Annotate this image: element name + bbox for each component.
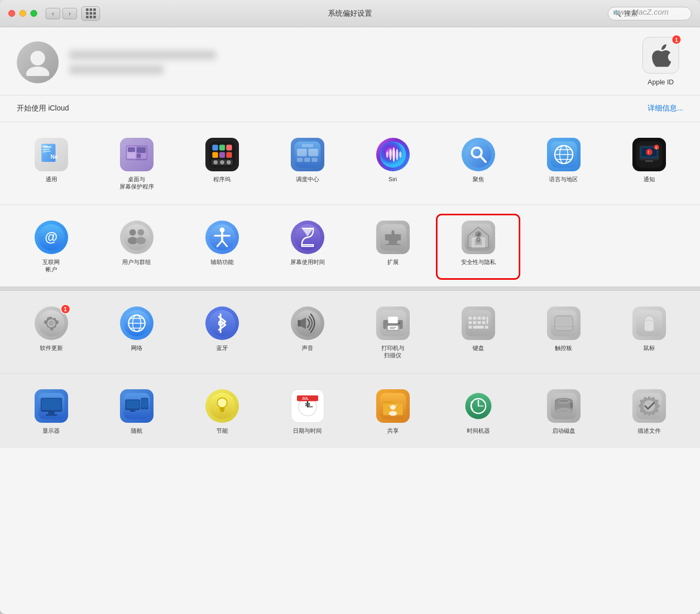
section-divider bbox=[0, 287, 700, 291]
icon-item-energy-saver[interactable]: 节能 bbox=[181, 384, 262, 440]
svg-rect-116 bbox=[473, 326, 483, 328]
general-label: 通用 bbox=[46, 176, 57, 183]
time-machine-icon-svg bbox=[465, 393, 491, 419]
icon-item-spotlight[interactable]: 聚焦 bbox=[438, 133, 519, 196]
icon-item-profiles[interactable]: 描述文件 bbox=[608, 384, 690, 440]
svg-text:18: 18 bbox=[304, 402, 310, 407]
icons-grid-row1: Ne File New One 通用 bbox=[10, 133, 690, 196]
svg-point-93 bbox=[209, 310, 235, 336]
icon-item-language-region[interactable]: 语言与地区 bbox=[523, 133, 604, 196]
icloud-banner: 开始使用 iCloud 详细信息... bbox=[0, 95, 700, 122]
svg-rect-16 bbox=[137, 147, 146, 153]
user-name-blurred bbox=[69, 50, 216, 60]
language-region-label: 语言与地区 bbox=[549, 176, 578, 183]
icloud-detail-link[interactable]: 详细信息... bbox=[648, 104, 683, 113]
apple-id-section[interactable]: 1 Apple ID bbox=[642, 37, 679, 85]
icon-item-screen-time[interactable]: 屏幕使用时间 bbox=[267, 215, 348, 279]
back-button[interactable]: ‹ bbox=[46, 8, 60, 19]
internet-accounts-icon-svg: @ bbox=[38, 224, 64, 250]
icon-item-keyboard[interactable]: 键盘 bbox=[438, 301, 519, 365]
printers-scanners-icon-svg bbox=[380, 310, 406, 336]
close-button[interactable] bbox=[8, 10, 15, 17]
icon-item-siri[interactable]: Siri bbox=[352, 133, 433, 196]
icon-item-software-update[interactable]: 1 软件更新 bbox=[10, 301, 92, 365]
icon-item-security-privacy[interactable]: 安全性与隐私 bbox=[438, 215, 519, 279]
icon-item-notifications[interactable]: ! 1 通知 bbox=[608, 133, 690, 196]
icon-item-mission-control[interactable]: 调度中心 bbox=[267, 133, 348, 196]
icon-item-network[interactable]: 网络 bbox=[96, 301, 177, 365]
date-time-label: 日期与时间 bbox=[293, 427, 322, 434]
dock-icon bbox=[205, 138, 239, 171]
svg-rect-102 bbox=[398, 323, 400, 324]
bluetooth-icon bbox=[205, 306, 239, 340]
mouse-icon bbox=[632, 306, 666, 340]
icon-item-time-machine[interactable]: 时间机器 bbox=[438, 384, 519, 440]
trackpad-icon-svg bbox=[551, 310, 577, 336]
notifications-label: 通知 bbox=[643, 176, 655, 183]
user-email-blurred bbox=[69, 65, 163, 74]
maximize-button[interactable] bbox=[30, 10, 37, 17]
users-groups-label: 用户与群组 bbox=[122, 258, 151, 266]
minimize-button[interactable] bbox=[19, 10, 26, 17]
svg-rect-23 bbox=[212, 152, 218, 158]
software-update-icon-svg bbox=[38, 310, 64, 336]
icon-item-desktop-screensaver[interactable]: 桌面与 屏幕保护程序 bbox=[96, 133, 177, 196]
svg-text:One: One bbox=[42, 151, 46, 154]
printers-scanners-label: 打印机与 扫描仪 bbox=[381, 344, 404, 359]
svg-rect-165 bbox=[570, 403, 573, 408]
icon-item-sharing[interactable]: 共享 bbox=[352, 384, 433, 440]
icon-item-displays[interactable]: 显示器 bbox=[10, 384, 92, 440]
icon-item-startup-disk[interactable]: 启动磁盘 bbox=[523, 384, 604, 440]
icon-item-users-groups[interactable]: 用户与群组 bbox=[96, 215, 177, 279]
dock-icon-svg bbox=[209, 141, 235, 168]
svg-rect-33 bbox=[304, 158, 310, 162]
icon-item-printers-scanners[interactable]: 打印机与 扫描仪 bbox=[352, 301, 433, 365]
icon-item-sidecar[interactable]: 随航 bbox=[96, 384, 177, 440]
svg-rect-129 bbox=[126, 400, 139, 409]
icons-section-row4: 显示器 bbox=[0, 374, 700, 448]
mouse-label: 鼠标 bbox=[643, 344, 655, 352]
svg-rect-22 bbox=[226, 145, 232, 150]
svg-text:@: @ bbox=[45, 229, 57, 244]
users-groups-icon-svg bbox=[124, 224, 150, 250]
svg-rect-112 bbox=[477, 321, 480, 324]
apple-id-icon[interactable]: 1 bbox=[642, 37, 679, 73]
svg-point-135 bbox=[217, 398, 227, 408]
svg-point-40 bbox=[396, 149, 398, 160]
svg-rect-136 bbox=[220, 408, 224, 409]
desktop-screensaver-icon-svg bbox=[124, 141, 150, 168]
svg-rect-31 bbox=[308, 149, 318, 156]
icon-item-mouse[interactable]: 鼠标 bbox=[608, 301, 690, 365]
window: ‹ › 系统偏好设置 🔍 搜索 www.MacZ.com bbox=[0, 0, 700, 614]
sharing-icon-svg bbox=[380, 393, 406, 419]
general-icon: Ne File New One bbox=[35, 138, 68, 171]
mission-control-icon-svg bbox=[294, 141, 321, 168]
sidecar-icon bbox=[120, 389, 154, 423]
grid-view-button[interactable] bbox=[81, 6, 100, 21]
icon-item-extensions[interactable]: 扩展 bbox=[352, 215, 433, 279]
icon-item-empty1 bbox=[523, 215, 604, 279]
icons-section-row2: @ 互联网 帐户 bbox=[0, 205, 700, 287]
language-region-icon bbox=[547, 138, 581, 171]
time-machine-label: 时间机器 bbox=[467, 427, 490, 434]
icon-item-internet-accounts[interactable]: @ 互联网 帐户 bbox=[10, 215, 92, 279]
icon-item-dock[interactable]: 程序坞 bbox=[181, 133, 262, 196]
icon-item-general[interactable]: Ne File New One 通用 bbox=[10, 133, 92, 196]
svg-rect-111 bbox=[473, 321, 476, 324]
icon-item-bluetooth[interactable]: 蓝牙 bbox=[181, 301, 262, 365]
date-time-icon-svg: 12 JUL 18 bbox=[294, 393, 321, 419]
forward-button[interactable]: › bbox=[62, 8, 77, 19]
avatar[interactable] bbox=[17, 41, 59, 83]
notifications-icon: ! 1 bbox=[632, 138, 666, 171]
icon-item-trackpad[interactable]: 触控板 bbox=[523, 301, 604, 365]
sharing-label: 共享 bbox=[387, 427, 399, 434]
icon-item-date-time[interactable]: 12 JUL 18 日期与时间 bbox=[267, 384, 348, 440]
internet-accounts-label: 互联网 帐户 bbox=[42, 258, 60, 273]
sound-icon bbox=[291, 306, 324, 340]
network-icon-svg bbox=[124, 310, 150, 336]
icon-item-accessibility[interactable]: 辅助功能 bbox=[181, 215, 262, 279]
svg-rect-107 bbox=[473, 317, 476, 320]
sidecar-label: 随航 bbox=[131, 427, 143, 434]
icon-item-sound[interactable]: 声音 bbox=[267, 301, 348, 365]
displays-icon bbox=[35, 389, 68, 423]
